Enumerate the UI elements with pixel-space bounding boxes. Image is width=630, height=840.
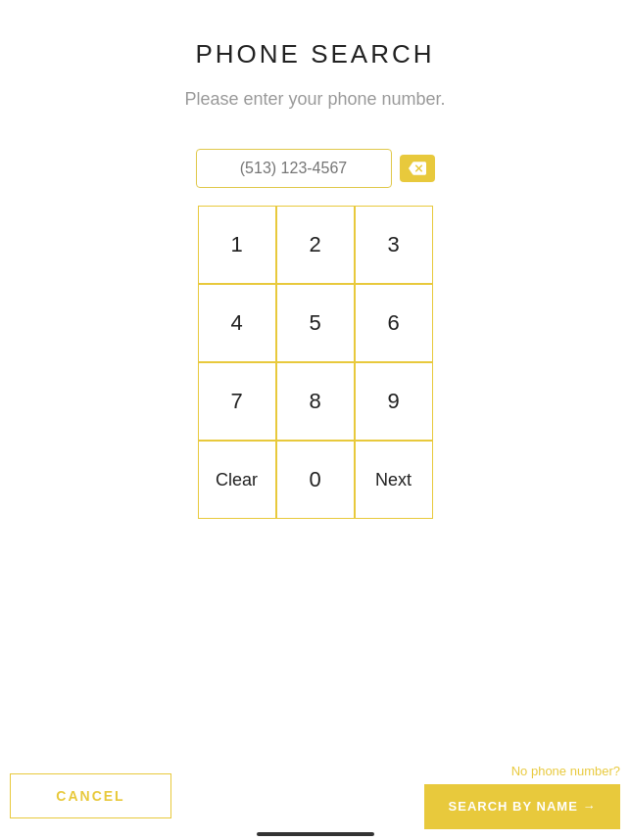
key-5-button[interactable]: 5 [276, 284, 355, 362]
key-7-button[interactable]: 7 [198, 362, 276, 441]
key-clear-button[interactable]: Clear [198, 441, 276, 519]
key-2-button[interactable]: 2 [276, 206, 355, 284]
phone-input[interactable] [196, 149, 392, 188]
key-3-button[interactable]: 3 [355, 206, 433, 284]
key-0-button[interactable]: 0 [276, 441, 355, 519]
search-by-name-button[interactable]: SEARCH BY NAME → [424, 784, 620, 829]
no-phone-label: No phone number? [511, 764, 620, 778]
backspace-icon [409, 160, 426, 177]
phone-input-row [196, 149, 435, 188]
backspace-button[interactable] [400, 155, 435, 182]
no-phone-section: No phone number? SEARCH BY NAME → [424, 764, 620, 829]
cancel-button[interactable]: CANCEL [10, 773, 171, 818]
page-container: PHONE SEARCH Please enter your phone num… [0, 0, 630, 840]
key-next-button[interactable]: Next [355, 441, 433, 519]
page-subtitle: Please enter your phone number. [184, 89, 445, 110]
key-4-button[interactable]: 4 [198, 284, 276, 362]
keypad: 123456789Clear0Next [198, 206, 433, 519]
key-9-button[interactable]: 9 [355, 362, 433, 441]
key-8-button[interactable]: 8 [276, 362, 355, 441]
bottom-bar: CANCEL No phone number? SEARCH BY NAME → [0, 752, 630, 840]
key-1-button[interactable]: 1 [198, 206, 276, 284]
page-title: PHONE SEARCH [195, 39, 434, 70]
bottom-indicator [257, 832, 374, 836]
key-6-button[interactable]: 6 [355, 284, 433, 362]
